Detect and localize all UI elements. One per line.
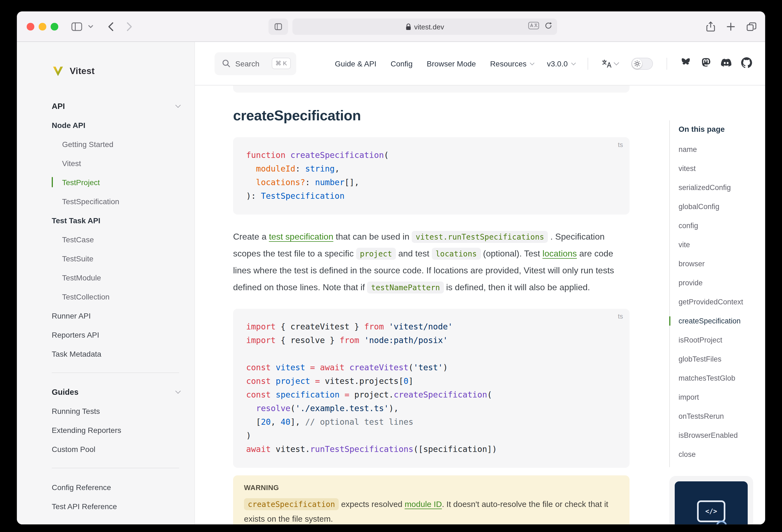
sidebar-item-testproject[interactable]: TestProject: [52, 173, 179, 192]
sidebar-item-testmodule[interactable]: TestModule: [52, 268, 179, 287]
sun-icon: [634, 60, 640, 67]
toc-item-getprovidedcontext[interactable]: getProvidedContext: [679, 292, 762, 312]
toolbar-right: [706, 11, 756, 42]
language-menu[interactable]: [602, 59, 617, 68]
address-bar[interactable]: vitest.dev: [292, 19, 557, 35]
sidebar-item-testspecification[interactable]: TestSpecification: [52, 192, 179, 211]
sidebar-item-task-metadata[interactable]: Task Metadata: [52, 344, 179, 363]
sidebar-item-vitest[interactable]: Vitest: [52, 153, 179, 173]
mastodon-icon[interactable]: [701, 57, 711, 70]
sponsor-image: </>: [675, 482, 748, 524]
navbar-divider: [588, 58, 588, 69]
toc-item-config[interactable]: config: [679, 216, 762, 235]
vitest-logo-icon: [52, 65, 64, 77]
sidebar-item-testcollection[interactable]: TestCollection: [52, 287, 179, 306]
toc-title: On this page: [679, 123, 762, 135]
theme-toggle-knob: [632, 59, 642, 68]
toc-item-isrootproject[interactable]: isRootProject: [679, 330, 762, 350]
toc-item-globtestfiles[interactable]: globTestFiles: [679, 350, 762, 369]
warning-title: WARNING: [244, 484, 618, 492]
sidebar-item-guides[interactable]: Guides: [52, 382, 179, 401]
toc-item-vitest[interactable]: vitest: [679, 159, 762, 178]
sidebar-item-reporters-api[interactable]: Reporters API: [52, 325, 179, 344]
nav-link-browser-mode[interactable]: Browser Mode: [427, 59, 476, 68]
sidebar-item-config-reference[interactable]: Config Reference: [52, 477, 179, 497]
social-links: [681, 57, 752, 70]
sidebar-toggle-icon[interactable]: [71, 22, 82, 31]
sidebar-item-testsuite[interactable]: TestSuite: [52, 249, 179, 268]
sidebar-item-testcase[interactable]: TestCase: [52, 230, 179, 249]
sidebar-item-custom-pool[interactable]: Custom Pool: [52, 439, 179, 459]
toc-item-provide[interactable]: provide: [679, 273, 762, 292]
navbar-divider: [667, 58, 667, 69]
nav-link-resources[interactable]: Resources: [490, 59, 533, 68]
sidebar-item-label: TestSpecification: [62, 197, 119, 206]
search-input[interactable]: Search ⌘ K: [215, 52, 296, 75]
bluesky-icon[interactable]: [681, 58, 691, 69]
sidebar-item-label: Getting Started: [62, 140, 113, 148]
github-icon[interactable]: [741, 57, 752, 70]
sidebar-item-label: TestSuite: [62, 254, 94, 263]
translate-icon[interactable]: [528, 22, 539, 32]
nav-link-v3-0-0[interactable]: v3.0.0: [547, 59, 574, 68]
sidebar-item-label: Reporters API: [52, 330, 99, 339]
theme-toggle[interactable]: [631, 58, 653, 69]
sidebar-item-running-tests[interactable]: Running Tests: [52, 401, 179, 420]
code-line: const specification = project.createSpec…: [246, 388, 616, 402]
doc-link-module-id[interactable]: module ID: [404, 499, 442, 508]
toc-item-matchestestglob[interactable]: matchesTestGlob: [679, 369, 762, 388]
sidebar-menu-chevron-icon[interactable]: [88, 25, 93, 28]
doc-link-test-specification[interactable]: test specification: [269, 232, 333, 241]
zoom-window-button[interactable]: [51, 23, 58, 30]
back-button[interactable]: [108, 22, 114, 32]
nav-link-label: Resources: [490, 59, 527, 68]
site-logo[interactable]: Vitest: [52, 65, 95, 77]
minimize-window-button[interactable]: [39, 23, 46, 30]
toc-item-name[interactable]: name: [679, 140, 762, 159]
address-bar-actions: [528, 22, 552, 32]
toc-item-vite[interactable]: vite: [679, 235, 762, 254]
sidebar-item-node-api[interactable]: Node API: [52, 115, 179, 135]
share-icon[interactable]: [706, 21, 715, 32]
doc-link-locations[interactable]: locations: [542, 249, 577, 258]
sidebar-nav: APINode APIGetting StartedVitestTestProj…: [52, 96, 179, 516]
inline-code: createSpecification: [244, 498, 339, 510]
toc-item-browser[interactable]: browser: [679, 254, 762, 273]
tab-overview-icon[interactable]: [747, 22, 756, 31]
doc-column: createSpecification ts function createSp…: [233, 85, 630, 524]
forward-button[interactable]: [126, 22, 132, 32]
sidebar-item-label: Vitest: [62, 159, 81, 168]
text-run: and test: [396, 249, 432, 258]
docs-navbar: Search ⌘ K Guide & APIConfigBrowser Mode…: [195, 42, 765, 85]
nav-link-config[interactable]: Config: [390, 59, 413, 68]
aside: On this page namevitestserializedConfigg…: [669, 85, 762, 524]
page-format-button[interactable]: [269, 19, 288, 35]
sponsor-card[interactable]: </>: [669, 476, 753, 524]
sidebar-item-label: Custom Pool: [52, 445, 95, 453]
sidebar-item-test-task-api[interactable]: Test Task API: [52, 211, 179, 230]
discord-icon[interactable]: [720, 58, 732, 69]
reload-icon[interactable]: [544, 22, 552, 32]
sidebar-item-test-api-reference[interactable]: Test API Reference: [52, 497, 179, 516]
toc-item-createspecification[interactable]: createSpecification: [679, 312, 762, 330]
toc-item-close[interactable]: close: [679, 445, 762, 464]
new-tab-icon[interactable]: [726, 22, 735, 31]
nav-link-guide-api[interactable]: Guide & API: [335, 59, 377, 68]
toc-item-serializedconfig[interactable]: serializedConfig: [679, 178, 762, 197]
toc-item-ontestsrerun[interactable]: onTestsRerun: [679, 407, 762, 426]
close-window-button[interactable]: [27, 23, 34, 30]
code-block: ts function createSpecification( moduleI…: [233, 137, 630, 215]
sidebar-item-runner-api[interactable]: Runner API: [52, 306, 179, 325]
toc-item-import[interactable]: import: [679, 388, 762, 407]
sidebar-item-label: TestModule: [62, 273, 101, 282]
sidebar-item-api[interactable]: API: [52, 96, 179, 115]
toc-item-globalconfig[interactable]: globalConfig: [679, 197, 762, 216]
code-window-icon: </>: [697, 500, 725, 522]
toc-item-isbrowserenabled[interactable]: isBrowserEnabled: [679, 426, 762, 445]
warning-callout: WARNING createSpecification expects reso…: [233, 475, 630, 524]
sidebar-item-extending-reporters[interactable]: Extending Reporters: [52, 420, 179, 439]
code-line: [20, 40], // optional test lines: [246, 416, 616, 429]
sidebar-item-getting-started[interactable]: Getting Started: [52, 135, 179, 153]
code-line: const project = vitest.projects[0]: [246, 375, 616, 388]
sidebar-item-label: Task Metadata: [52, 349, 101, 358]
